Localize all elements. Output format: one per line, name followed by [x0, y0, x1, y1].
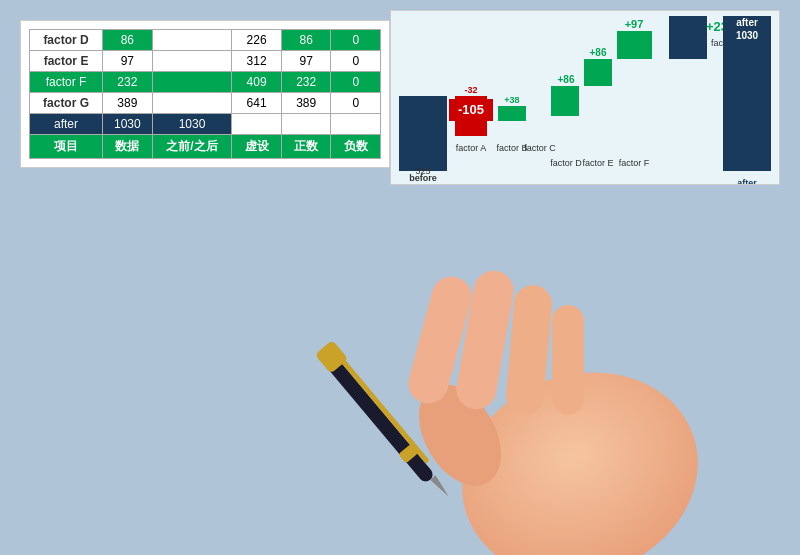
- svg-marker-38: [430, 475, 451, 499]
- cell-data: 86: [103, 30, 153, 51]
- svg-rect-13: [551, 86, 579, 116]
- cell-negative: 0: [331, 93, 381, 114]
- svg-rect-32: [453, 268, 517, 413]
- svg-text:+38: +38: [504, 95, 519, 105]
- cell-after-positive: [281, 114, 331, 135]
- cell-data: 232: [103, 72, 153, 93]
- cell-negative: 0: [331, 30, 381, 51]
- header-before-after: 之前/之后: [152, 135, 232, 159]
- svg-point-30: [402, 370, 518, 500]
- svg-text:-105: -105: [458, 102, 484, 117]
- header-positive: 正数: [281, 135, 331, 159]
- cell-negative: 0: [331, 72, 381, 93]
- cell-positive: 389: [281, 93, 331, 114]
- cell-after-data: 1030: [103, 114, 153, 135]
- svg-text:+86: +86: [590, 47, 607, 58]
- waterfall-chart: before 325 -32 -105 factor A +38 factor …: [390, 10, 780, 185]
- svg-rect-35: [322, 353, 436, 485]
- svg-rect-22: [669, 16, 707, 59]
- cell-before-after: [152, 93, 232, 114]
- hand-svg: [300, 195, 800, 555]
- svg-rect-33: [504, 284, 553, 417]
- svg-text:+86: +86: [558, 74, 575, 85]
- svg-text:factor A: factor A: [456, 143, 487, 153]
- cell-before-after: [152, 72, 232, 93]
- cell-positive: 86: [281, 30, 331, 51]
- svg-rect-31: [404, 272, 476, 408]
- svg-rect-36: [398, 444, 418, 463]
- svg-text:factor C: factor C: [524, 143, 556, 153]
- svg-text:after: after: [736, 17, 758, 28]
- cell-negative: 0: [331, 51, 381, 72]
- svg-rect-16: [584, 59, 612, 86]
- cell-virtual: 641: [232, 93, 282, 114]
- svg-point-29: [433, 340, 727, 555]
- cell-positive: 97: [281, 51, 331, 72]
- spreadsheet: factor D 86 226 86 0 factor E 97 312 97 …: [20, 20, 390, 168]
- table-row: factor F 232 409 232 0: [30, 72, 381, 93]
- svg-rect-1: [399, 96, 447, 171]
- cell-data: 389: [103, 93, 153, 114]
- svg-text:+97: +97: [625, 18, 644, 30]
- data-table: factor D 86 226 86 0 factor E 97 312 97 …: [29, 29, 381, 159]
- chart-svg: before 325 -32 -105 factor A +38 factor …: [391, 11, 780, 185]
- cell-virtual: 312: [232, 51, 282, 72]
- cell-label: factor G: [30, 93, 103, 114]
- svg-rect-19: [617, 31, 652, 59]
- cell-label: factor E: [30, 51, 103, 72]
- svg-rect-39: [315, 340, 349, 374]
- cell-label: factor F: [30, 72, 103, 93]
- table-header-row: 项目 数据 之前/之后 虚设 正数 负数: [30, 135, 381, 159]
- hand-decoration: [300, 195, 800, 555]
- after-row: after 1030 1030: [30, 114, 381, 135]
- cell-after-negative: [331, 114, 381, 135]
- svg-text:1030: 1030: [736, 30, 759, 41]
- cell-virtual: 409: [232, 72, 282, 93]
- svg-text:factor B: factor B: [496, 143, 527, 153]
- svg-text:after: after: [737, 178, 757, 185]
- cell-data: 97: [103, 51, 153, 72]
- cell-after-before-after: 1030: [152, 114, 232, 135]
- cell-positive: 232: [281, 72, 331, 93]
- svg-text:factor F: factor F: [619, 158, 650, 168]
- svg-rect-9: [498, 106, 526, 121]
- svg-text:factor D: factor D: [550, 158, 582, 168]
- table-row: factor G 389 641 389 0: [30, 93, 381, 114]
- svg-rect-37: [336, 353, 430, 463]
- cell-after-label: after: [30, 114, 103, 135]
- cell-after-virtual: [232, 114, 282, 135]
- svg-rect-34: [552, 305, 584, 415]
- header-label: 项目: [30, 135, 103, 159]
- header-virtual: 虚设: [232, 135, 282, 159]
- svg-text:factor E: factor E: [582, 158, 613, 168]
- table-row: factor E 97 312 97 0: [30, 51, 381, 72]
- svg-text:325: 325: [415, 166, 430, 176]
- header-data: 数据: [103, 135, 153, 159]
- cell-before-after: [152, 30, 232, 51]
- cell-before-after: [152, 51, 232, 72]
- cell-label: factor D: [30, 30, 103, 51]
- table-row: factor D 86 226 86 0: [30, 30, 381, 51]
- svg-text:-32: -32: [464, 85, 477, 95]
- cell-virtual: 226: [232, 30, 282, 51]
- header-negative: 负数: [331, 135, 381, 159]
